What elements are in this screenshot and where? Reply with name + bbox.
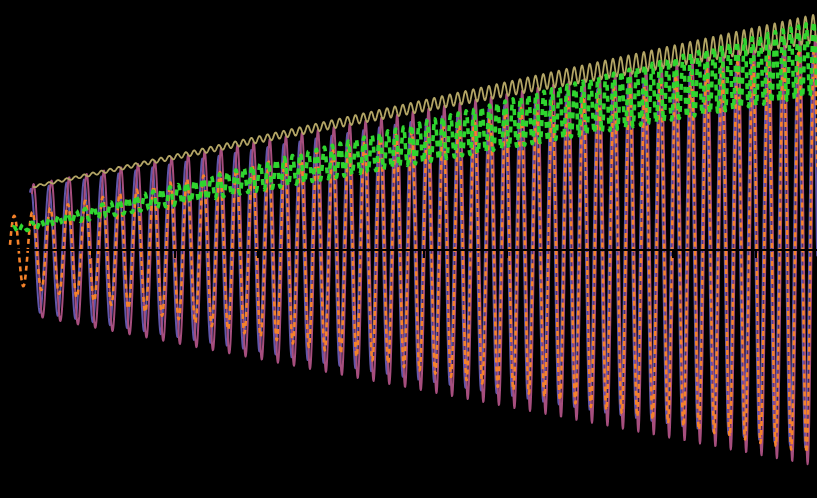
chirp-plot-canvas: [0, 0, 817, 498]
chirp-signal-figure: [0, 0, 817, 498]
